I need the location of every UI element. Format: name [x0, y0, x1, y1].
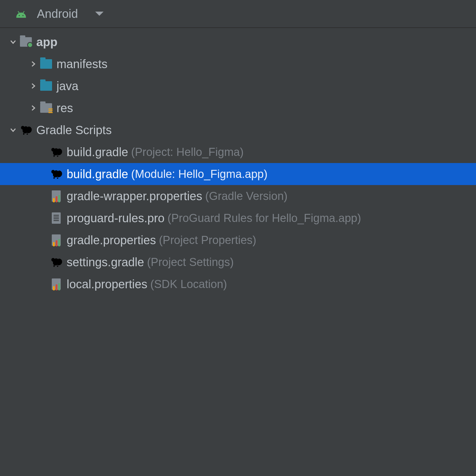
chevron-down-icon[interactable] [7, 39, 19, 45]
tree-node-gradle-file[interactable]: gradle.properties(Project Properties) [0, 229, 476, 251]
file-name: local.properties [67, 278, 147, 291]
tree-node-res[interactable]: res [0, 97, 476, 119]
chevron-right-icon[interactable] [27, 105, 39, 111]
tree-node-gradle-file[interactable]: build.gradle(Project: Hello_Figma) [0, 141, 476, 163]
tree-node-gradle-file[interactable]: build.gradle(Module: Hello_Figma.app) [0, 163, 476, 185]
resources-folder-icon [39, 102, 53, 114]
file-hint: (Project: Hello_Figma) [131, 146, 244, 159]
gradle-icon [49, 146, 63, 158]
android-icon [14, 7, 28, 20]
tree-label: app [36, 35, 57, 49]
properties-file-icon [49, 190, 63, 202]
gradle-icon [49, 256, 63, 268]
svg-point-1 [22, 15, 24, 16]
file-icon [49, 212, 63, 224]
project-view-header[interactable]: Android [0, 0, 476, 28]
file-hint: (Project Properties) [159, 234, 256, 247]
tree-node-app[interactable]: app [0, 31, 476, 53]
file-name: gradle.properties [67, 234, 156, 247]
chevron-down-icon[interactable] [95, 12, 104, 16]
file-hint: (Module: Hello_Figma.app) [131, 168, 267, 181]
tree-node-gradle-file[interactable]: gradle-wrapper.properties(Gradle Version… [0, 185, 476, 207]
tree-node-gradle-scripts[interactable]: Gradle Scripts [0, 119, 476, 141]
file-hint: (Project Settings) [147, 256, 234, 269]
tree-node-java[interactable]: java [0, 75, 476, 97]
folder-icon [39, 58, 53, 70]
tree-node-manifests[interactable]: manifests [0, 53, 476, 75]
tree-node-gradle-file[interactable]: local.properties(SDK Location) [0, 273, 476, 295]
file-name: build.gradle [67, 167, 128, 181]
file-name: gradle-wrapper.properties [67, 190, 202, 203]
chevron-right-icon[interactable] [27, 83, 39, 89]
properties-file-icon [49, 234, 63, 246]
gradle-icon [49, 168, 63, 180]
file-hint: (SDK Location) [150, 278, 227, 291]
tree-label: manifests [57, 57, 107, 71]
file-name: settings.gradle [67, 256, 144, 269]
project-tree: app manifests java res Gradle Scripts bu… [0, 28, 476, 295]
tree-label: Gradle Scripts [36, 123, 112, 137]
file-hint: (Gradle Version) [205, 190, 288, 203]
tree-node-gradle-file[interactable]: proguard-rules.pro(ProGuard Rules for He… [0, 207, 476, 229]
tree-node-gradle-file[interactable]: settings.gradle(Project Settings) [0, 251, 476, 273]
file-hint: (ProGuard Rules for Hello_Figma.app) [167, 212, 361, 225]
module-folder-icon [19, 36, 33, 48]
view-mode-label: Android [37, 7, 78, 21]
properties-file-icon [49, 278, 63, 290]
svg-point-0 [19, 15, 20, 16]
folder-icon [39, 80, 53, 92]
gradle-icon [19, 124, 33, 136]
tree-label: java [57, 79, 78, 93]
file-name: proguard-rules.pro [67, 212, 165, 225]
chevron-right-icon[interactable] [27, 61, 39, 67]
file-name: build.gradle [67, 145, 128, 159]
tree-label: res [57, 101, 73, 115]
chevron-down-icon[interactable] [7, 127, 19, 133]
